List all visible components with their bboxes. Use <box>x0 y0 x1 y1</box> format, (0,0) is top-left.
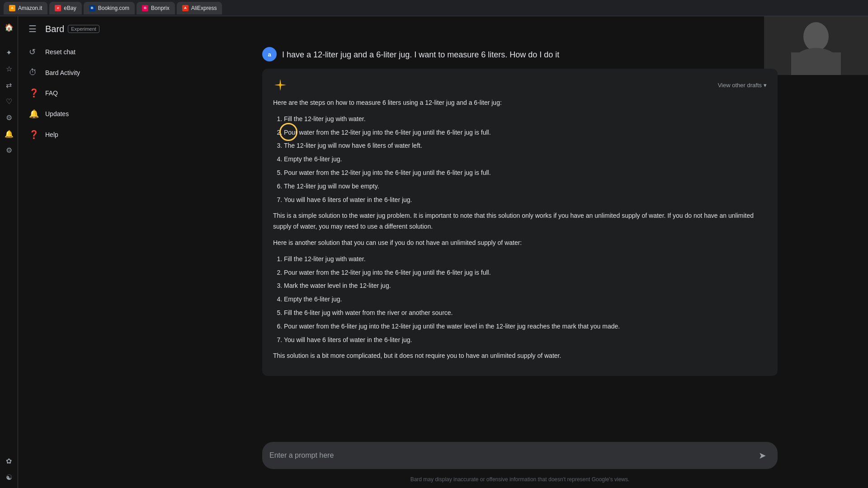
step-1-6: The 12-liter jug will now be empty. <box>284 181 767 192</box>
svg-point-1 <box>803 22 829 51</box>
bard-response-header: View other drafts ▾ <box>273 78 767 92</box>
disclaimer-text: Bard may display inaccurate or offensive… <box>172 474 868 488</box>
bard-activity-icon: ⏱ <box>29 68 38 77</box>
booking-favicon: B <box>89 5 95 11</box>
sidebar-settings-icon[interactable]: ⚙ <box>2 110 16 125</box>
webcam-person-image <box>764 16 868 75</box>
reset-chat-icon: ↺ <box>29 47 38 57</box>
prompt-bar-wrapper: ➤ <box>172 436 868 474</box>
prompt-bar: ➤ <box>262 442 778 469</box>
solution-2-intro-text: Here is another solution that you can us… <box>273 238 767 249</box>
send-button[interactable]: ➤ <box>754 447 770 464</box>
updates-label: Updates <box>45 110 69 117</box>
bonprix-favicon: B <box>142 5 148 11</box>
amazon-favicon: A <box>9 5 15 11</box>
tab-booking-label: Booking.com <box>98 5 129 11</box>
tab-ali[interactable]: A AliExpress <box>177 2 222 14</box>
top-bar: ⠿ a <box>172 16 868 42</box>
bard-activity-label: Bard Activity <box>45 69 80 76</box>
step-2-7: You will have 6 liters of water in the 6… <box>284 335 767 346</box>
bard-logo-text: Bard <box>45 24 64 34</box>
sidebar-star-icon[interactable]: ☆ <box>2 61 16 76</box>
prompt-input[interactable] <box>269 451 750 460</box>
main-content: ⠿ a a I have a 12-liter jug and a 6- <box>172 16 868 488</box>
hamburger-button[interactable]: ☰ <box>25 22 40 36</box>
tab-ebay-label: eBay <box>64 5 76 11</box>
step-1-1: Fill the 12-liter jug with water. <box>284 114 767 125</box>
svg-rect-3 <box>791 52 841 75</box>
sidebar-yin-icon[interactable]: ☯ <box>2 470 16 484</box>
view-other-drafts-button[interactable]: View other drafts ▾ <box>718 82 767 89</box>
bard-sparkle-icon <box>273 78 288 92</box>
sidebar-flower-icon[interactable]: ✿ <box>2 454 16 468</box>
tab-amazon[interactable]: A Amazon.it <box>4 2 47 14</box>
view-drafts-label: View other drafts <box>718 82 762 89</box>
help-label: Help <box>45 131 58 138</box>
ebay-favicon: e <box>55 5 61 11</box>
faq-label: FAQ <box>45 89 58 97</box>
updates-icon: 🔔 <box>29 109 38 119</box>
solution-1-list: Fill the 12-liter jug with water. Pour w… <box>273 114 767 206</box>
step-1-7: You will have 6 liters of water in the 6… <box>284 195 767 206</box>
note-1-text: This is a simple solution to the water j… <box>273 211 767 232</box>
step-2-3: Mark the water level in the 12-liter jug… <box>284 281 767 291</box>
tab-amazon-label: Amazon.it <box>18 5 42 11</box>
sidebar-heart-icon[interactable]: ♡ <box>2 94 16 108</box>
experiment-badge: Experiment <box>68 25 99 33</box>
step-2-4: Empty the 6-liter jug. <box>284 294 767 305</box>
step-1-5: Pour water from the 12-liter jug into th… <box>284 168 767 178</box>
nav-item-bard-activity[interactable]: ⏱ Bard Activity <box>18 62 165 83</box>
sidebar-arrows-icon[interactable]: ⇄ <box>2 78 16 92</box>
note-2-text: This solution is a bit more complicated,… <box>273 351 767 361</box>
nav-header: ☰ Bard Experiment <box>18 16 172 42</box>
faq-icon: ❓ <box>29 88 38 98</box>
drafts-chevron-icon: ▾ <box>764 82 767 89</box>
step-2-5: Fill the 6-liter jug with water from the… <box>284 308 767 319</box>
response-intro-text: Here are the steps on how to measure 6 l… <box>273 98 767 108</box>
response-content: Here are the steps on how to measure 6 l… <box>273 98 767 361</box>
help-icon: ❓ <box>29 130 38 140</box>
bard-logo: Bard Experiment <box>45 24 99 34</box>
step-1-3: The 12-liter jug will now have 6 liters … <box>284 141 767 151</box>
tab-ali-label: AliExpress <box>191 5 217 11</box>
user-message-row: a I have a 12-liter jug and a 6-liter ju… <box>262 42 778 61</box>
browser-bar: A Amazon.it e eBay B Booking.com B Bonpr… <box>0 0 868 16</box>
icon-sidebar: 🏠 ✦ ☆ ⇄ ♡ ⚙ 🔔 ⚙ ✿ ☯ <box>0 16 18 488</box>
webcam-overlay <box>764 16 868 75</box>
reset-chat-label: Reset chat <box>45 48 75 56</box>
sidebar-sparkle-icon[interactable]: ✦ <box>2 45 16 60</box>
nav-item-faq[interactable]: ❓ FAQ <box>18 83 165 103</box>
left-nav: ☰ Bard Experiment ↺ Reset chat ⏱ Bard Ac… <box>18 16 172 488</box>
user-message-text: I have a 12-liter jug and a 6-liter jug.… <box>282 47 765 61</box>
step-2-2: Pour water from the 12-liter jug into th… <box>284 267 767 278</box>
sidebar-gear-icon[interactable]: ⚙ <box>2 143 16 157</box>
sidebar-bell-icon[interactable]: 🔔 <box>2 127 16 141</box>
tab-bonprix-label: Bonprix <box>151 5 170 11</box>
browser-tabs: A Amazon.it e eBay B Booking.com B Bonpr… <box>4 2 222 14</box>
tab-ebay[interactable]: e eBay <box>49 2 81 14</box>
chat-area[interactable]: a I have a 12-liter jug and a 6-liter ju… <box>172 42 868 436</box>
step-1-2-highlight: Pour water from the 12-liter jug into th… <box>284 127 491 138</box>
nav-item-reset-chat[interactable]: ↺ Reset chat <box>18 42 165 62</box>
ali-favicon: A <box>182 5 189 11</box>
nav-item-help[interactable]: ❓ Help <box>18 124 165 145</box>
bard-response: View other drafts ▾ Here are the steps o… <box>262 69 778 376</box>
step-2-1: Fill the 12-liter jug with water. <box>284 254 767 265</box>
solution-2-list: Fill the 12-liter jug with water. Pour w… <box>273 254 767 346</box>
step-1-4: Empty the 6-liter jug. <box>284 154 767 165</box>
step-2-6: Pour water from the 6-liter jug into the… <box>284 321 767 332</box>
step-1-2: Pour water from the 12-liter jug into th… <box>284 127 767 138</box>
tab-booking[interactable]: B Booking.com <box>84 2 135 14</box>
app-layout: 🏠 ✦ ☆ ⇄ ♡ ⚙ 🔔 ⚙ ✿ ☯ ☰ Bard Experiment ↺ … <box>0 16 868 488</box>
user-message-avatar: a <box>262 47 277 61</box>
nav-item-updates[interactable]: 🔔 Updates <box>18 103 165 124</box>
sidebar-home-icon[interactable]: 🏠 <box>2 20 16 34</box>
tab-bonprix[interactable]: B Bonprix <box>137 2 175 14</box>
